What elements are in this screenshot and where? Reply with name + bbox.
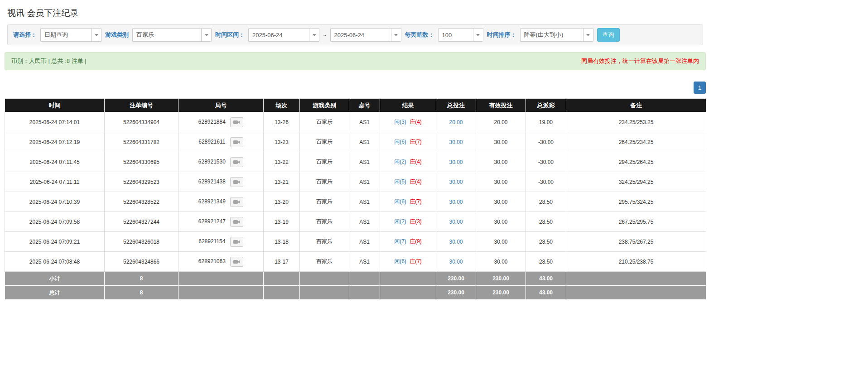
total-bet-link[interactable]: 30.00 xyxy=(449,239,463,245)
page-1-button[interactable]: 1 xyxy=(694,82,706,94)
video-replay-button[interactable] xyxy=(230,237,243,247)
total-bet-link[interactable]: 30.00 xyxy=(449,139,463,145)
sort-order-select[interactable]: 降幂(由大到小) xyxy=(520,28,593,42)
table-no-cell: AS1 xyxy=(349,252,380,272)
search-button[interactable]: 查询 xyxy=(597,28,620,42)
date-from-value: 2025-06-24 xyxy=(249,29,309,41)
video-replay-button[interactable] xyxy=(230,137,243,147)
header-result: 结果 xyxy=(380,99,436,112)
game-type-select[interactable]: 百家乐 xyxy=(132,28,212,42)
video-camera-icon xyxy=(233,219,240,225)
header-session: 场次 xyxy=(264,99,300,112)
table-no-cell: AS1 xyxy=(349,232,380,252)
chevron-down-icon xyxy=(391,29,401,41)
payout-cell: -30.00 xyxy=(526,172,566,192)
result-banker: 庄(4) xyxy=(410,119,422,125)
time-cell: 2025-06-24 07:10:39 xyxy=(5,192,105,212)
bet-id-cell: 522604324866 xyxy=(105,252,178,272)
result-player: 闲(2) xyxy=(394,159,406,165)
table-row: 2025-06-24 07:11:11 522604329523 6289214… xyxy=(5,172,706,192)
result-banker: 庄(4) xyxy=(410,159,422,165)
total-bet-link[interactable]: 30.00 xyxy=(449,259,463,265)
result-cell: 闲(2) 庄(3) xyxy=(380,212,436,232)
table-footer: 小计 8 230.00 230.00 43.00 总计 8 2 xyxy=(5,272,706,300)
bet-id-cell: 522604329523 xyxy=(105,172,178,192)
result-banker: 庄(7) xyxy=(410,198,422,205)
select-label: 请选择： xyxy=(13,31,37,39)
round-cell: 628921154 xyxy=(178,232,264,252)
result-banker: 庄(7) xyxy=(410,258,422,264)
game-type-cell: 百家乐 xyxy=(300,132,349,152)
video-replay-button[interactable] xyxy=(230,177,243,187)
payout-cell: 19.00 xyxy=(526,112,566,132)
result-player: 闲(6) xyxy=(394,139,406,145)
result-cell: 闲(6) 庄(7) xyxy=(380,192,436,212)
total-bet-link[interactable]: 20.00 xyxy=(449,119,463,125)
remark-cell: 294.25/264.25 xyxy=(566,152,706,172)
round-number: 628921349 xyxy=(198,198,226,205)
game-type-cell: 百家乐 xyxy=(300,212,349,232)
valid-bet-cell: 30.00 xyxy=(476,172,526,192)
video-replay-button[interactable] xyxy=(230,197,243,207)
round-number: 628921611 xyxy=(198,139,225,145)
table-row: 2025-06-24 07:10:39 522604328522 6289213… xyxy=(5,192,706,212)
bet-id-cell: 522604331782 xyxy=(105,132,178,152)
total-bet-cell: 30.00 xyxy=(436,152,476,172)
game-type-cell: 百家乐 xyxy=(300,192,349,212)
header-remark: 备注 xyxy=(566,99,706,112)
valid-bet-cell: 20.00 xyxy=(476,112,526,132)
session-cell: 13-17 xyxy=(264,252,300,272)
total-bet-link[interactable]: 30.00 xyxy=(449,179,463,185)
game-type-label: 游戏类别 xyxy=(105,31,129,39)
result-player: 闲(7) xyxy=(394,238,406,245)
result-banker: 庄(7) xyxy=(410,139,422,145)
remark-cell: 210.25/238.75 xyxy=(566,252,706,272)
table-row: 2025-06-24 07:12:19 522604331782 6289216… xyxy=(5,132,706,152)
video-replay-button[interactable] xyxy=(230,217,243,227)
total-bet-cell: 30.00 xyxy=(436,132,476,152)
note-text: 同局有效投注，统一计算在该局第一张注单内 xyxy=(581,57,699,65)
remark-cell: 234.25/253.25 xyxy=(566,112,706,132)
result-cell: 闲(2) 庄(4) xyxy=(380,152,436,172)
subtotal-count: 8 xyxy=(105,272,178,286)
round-number: 628921154 xyxy=(198,238,225,245)
round-number: 628921247 xyxy=(198,218,226,225)
session-cell: 13-21 xyxy=(264,172,300,192)
bet-id-cell: 522604327244 xyxy=(105,212,178,232)
total-bet-cell: 30.00 xyxy=(436,192,476,212)
total-bet-link[interactable]: 30.00 xyxy=(449,159,463,165)
bet-id-cell: 522604334904 xyxy=(105,112,178,132)
bets-table: 时间 注单编号 局号 场次 游戏类别 桌号 结果 总投注 有效投注 总派彩 备注… xyxy=(5,98,706,300)
page-size-select[interactable]: 100 xyxy=(438,28,483,42)
video-replay-button[interactable] xyxy=(230,257,243,267)
session-cell: 13-23 xyxy=(264,132,300,152)
total-bet-cell: 30.00 xyxy=(436,212,476,232)
table-row: 2025-06-24 07:09:58 522604327244 6289212… xyxy=(5,212,706,232)
video-camera-icon xyxy=(233,139,240,145)
total-payout: 43.00 xyxy=(526,286,566,300)
chevron-down-icon xyxy=(201,29,211,41)
date-to-select[interactable]: 2025-06-24 xyxy=(330,28,401,42)
query-type-select[interactable]: 日期查询 xyxy=(40,28,101,42)
chevron-down-icon xyxy=(583,29,593,41)
pagination: 1 xyxy=(5,82,706,94)
table-no-cell: AS1 xyxy=(349,172,380,192)
total-bet-link[interactable]: 30.00 xyxy=(449,219,463,225)
subtotal-payout: 43.00 xyxy=(526,272,566,286)
valid-bet-cell: 30.00 xyxy=(476,192,526,212)
table-no-cell: AS1 xyxy=(349,112,380,132)
time-cell: 2025-06-24 07:09:58 xyxy=(5,212,105,232)
video-replay-button[interactable] xyxy=(230,157,243,167)
date-from-select[interactable]: 2025-06-24 xyxy=(248,28,319,42)
video-camera-icon xyxy=(233,199,240,205)
payout-cell: 28.50 xyxy=(526,192,566,212)
video-replay-button[interactable] xyxy=(230,117,243,127)
game-type-cell: 百家乐 xyxy=(300,152,349,172)
total-label: 总计 xyxy=(5,286,105,300)
chevron-down-icon xyxy=(91,29,101,41)
total-bet-link[interactable]: 30.00 xyxy=(449,199,463,205)
round-cell: 628921349 xyxy=(178,192,264,212)
round-cell: 628921438 xyxy=(178,172,264,192)
remark-cell: 267.25/295.75 xyxy=(566,212,706,232)
remark-cell: 295.75/324.25 xyxy=(566,192,706,212)
